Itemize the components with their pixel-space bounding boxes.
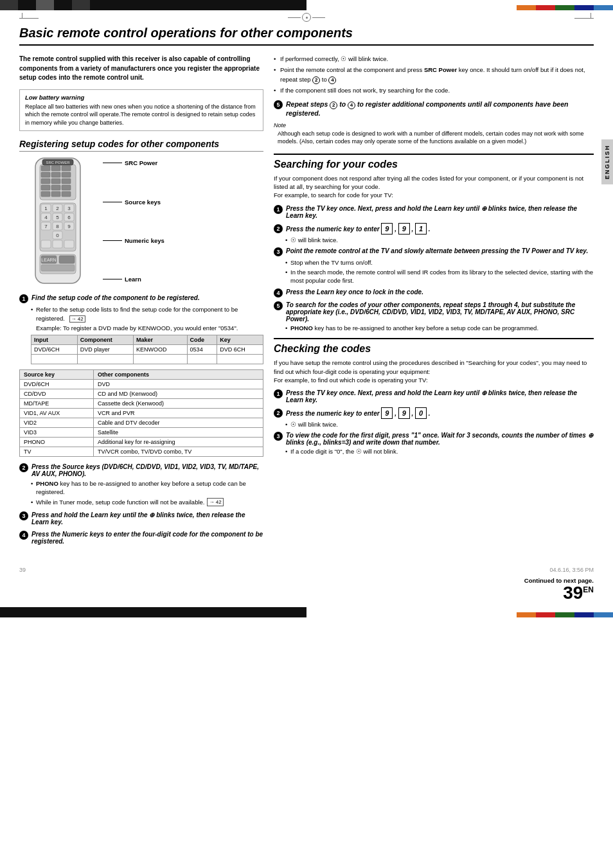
step2-phono: PHONO — [36, 480, 58, 487]
step4-right-bullets: • If performed correctly, ☉ will blink t… — [274, 55, 594, 95]
page-number-display: 39EN — [0, 584, 594, 602]
continued-area: Continued to next page. 39EN — [0, 577, 613, 605]
search-step1-text: Press the TV key once. Next, press and h… — [286, 205, 594, 219]
source-table-cell: TV — [20, 447, 94, 457]
check-step2-text: Press the numeric key to enter 9 , 9 , 0… — [286, 407, 431, 419]
source-col2-header: Other components — [94, 370, 263, 380]
step5-area: 5 Repeat steps 2 to 4 to register additi… — [274, 100, 594, 117]
section-registering-title: Registering setup codes for other compon… — [19, 139, 263, 152]
search-step5: 5 To search for the codes of your other … — [274, 301, 594, 332]
key-9b: 9 — [398, 223, 410, 235]
intro-text: The remote control supplied with this re… — [19, 55, 263, 83]
check-key-0: 0 — [415, 407, 427, 419]
cell-empty4 — [187, 355, 217, 364]
warning-text: Replace all two batteries with new ones … — [25, 103, 258, 127]
col-key: Key — [217, 335, 263, 345]
search-step4-text: Press the Learn key once to lock in the … — [286, 288, 423, 296]
check-step2-num: 2 — [274, 409, 283, 418]
source-table-cell: Cassette deck (Kenwood) — [94, 399, 263, 409]
bcb-red — [536, 612, 555, 617]
search-step2-num: 2 — [274, 224, 283, 233]
step2-bullet1: • PHONO key has to be re-assigned to ano… — [31, 479, 263, 497]
search-step3: 3 Point the remote control at the TV and… — [274, 247, 594, 285]
remote-diagram: 1 2 3 4 5 6 7 8 9 — [19, 157, 263, 287]
page-num-suffix: EN — [583, 585, 594, 594]
key-1: 1 — [415, 223, 427, 235]
svg-text:8: 8 — [56, 224, 59, 229]
svg-text:4: 4 — [44, 215, 48, 220]
svg-rect-7 — [62, 172, 71, 177]
arrow-line-2 — [103, 202, 122, 202]
source-table-cell: DVD — [94, 380, 263, 389]
corner-mark-right — [574, 13, 594, 22]
source-table-row: DVD/6CHDVD — [20, 380, 263, 389]
warning-title: Low battery warning — [25, 94, 258, 101]
search-step3-header: 3 Point the remote control at the TV and… — [274, 247, 594, 256]
step1-num: 1 — [19, 294, 28, 303]
cell-empty — [31, 355, 78, 364]
search-step3-num: 3 — [274, 247, 283, 256]
step2-num: 2 — [19, 463, 28, 472]
src-power-label: SRC Power — [103, 159, 164, 166]
arrow-line-4 — [103, 279, 122, 279]
svg-rect-13 — [62, 185, 71, 190]
source-table-cell: VCR and PVR — [94, 409, 263, 418]
source-keys-label: Source keys — [103, 199, 164, 206]
svg-text:1: 1 — [44, 206, 48, 211]
source-table-cell: VID3 — [20, 428, 94, 438]
check-step3-text: To view the code for the first digit, pr… — [286, 432, 594, 446]
svg-text:9: 9 — [67, 224, 71, 229]
right-bullet-3: • If the component still does not work, … — [274, 86, 594, 95]
check-step2-header: 2 Press the numeric key to enter 9 , 9 ,… — [274, 407, 594, 419]
step5-num: 5 — [274, 100, 283, 109]
right-bullet-1: • If performed correctly, ☉ will blink t… — [274, 55, 594, 64]
cell-empty5 — [217, 355, 263, 364]
svg-rect-14 — [41, 191, 50, 197]
search-step5-num: 5 — [274, 301, 283, 310]
cell-input: DVD/6CH — [31, 345, 78, 355]
arrow-line-3 — [103, 240, 122, 241]
remote-image: 1 2 3 4 5 6 7 8 9 — [19, 157, 96, 285]
learn-label: Learn — [103, 276, 164, 283]
svg-rect-38 — [41, 240, 51, 248]
check-step1-num: 1 — [274, 389, 283, 398]
col-maker: Maker — [134, 335, 188, 345]
step1-bullets: • Refer to the setup code lists to find … — [19, 305, 263, 332]
search-step5-bullet-area: • PHONO key has to be re-assigned to ano… — [274, 324, 594, 332]
vert-line-left — [22, 13, 22, 18]
svg-text:2: 2 — [56, 206, 59, 211]
col-component: Component — [77, 335, 133, 345]
cell-component: DVD player — [77, 345, 133, 355]
step2-bullets: • PHONO key has to be re-assigned to ano… — [19, 479, 263, 506]
center-marks — [288, 13, 325, 22]
source-table-row: VID1, AV AUXVCR and PVR — [20, 409, 263, 418]
numeric-keys-label: Numeric keys — [103, 237, 164, 244]
cell-code: 0534 — [187, 345, 217, 355]
s3-b2: • In the search mode, the remote control… — [285, 268, 594, 285]
svg-rect-15 — [51, 191, 60, 197]
step5-header: 5 Repeat steps 2 to 4 to register additi… — [274, 100, 594, 117]
top-stripes — [0, 0, 90, 10]
page-num: 39 — [563, 583, 583, 603]
source-table-cell: VID2 — [20, 418, 94, 428]
search-step2-bullet: • ☉ will blink twice. — [274, 236, 594, 244]
check-step3-bullet-area: • If a code digit is "0", the ☉ will not… — [274, 448, 594, 455]
note-label: Note — [274, 122, 594, 128]
cell-empty3 — [134, 355, 188, 364]
component-table-area: Input Component Maker Code Key DVD/6CH D… — [19, 335, 263, 364]
bcb-green — [555, 612, 574, 617]
svg-rect-3 — [51, 166, 60, 171]
check-step2: 2 Press the numeric key to enter 9 , 9 ,… — [274, 407, 594, 428]
check-step3: 3 To view the code for the first digit, … — [274, 432, 594, 455]
note-area: Note Although each setup code is designe… — [274, 122, 594, 146]
search-step2-header: 2 Press the numeric key to enter 9 , 9 ,… — [274, 223, 594, 235]
stripe-1 — [0, 0, 18, 10]
page-title-area: Basic remote control operations for othe… — [0, 24, 613, 49]
table-row-empty — [31, 355, 263, 364]
center-dot — [306, 17, 308, 19]
source-table-row: TVTV/VCR combo, TV/DVD combo, TV — [20, 447, 263, 457]
search-step2-text: Press the numeric key to enter 9 , 9 , 1… — [286, 223, 431, 235]
svg-rect-45 — [41, 265, 75, 271]
crosshair-row — [0, 10, 613, 24]
english-sidebar: ENGLISH — [601, 139, 613, 184]
